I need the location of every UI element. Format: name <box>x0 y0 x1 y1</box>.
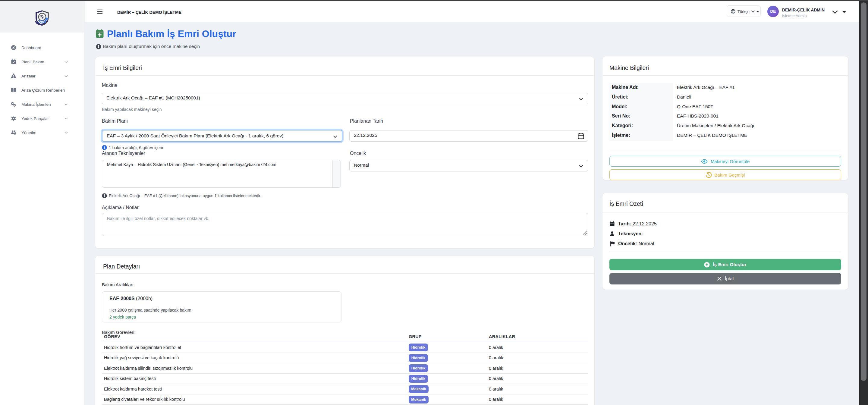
svg-text:7/24: 7/24 <box>38 20 46 24</box>
